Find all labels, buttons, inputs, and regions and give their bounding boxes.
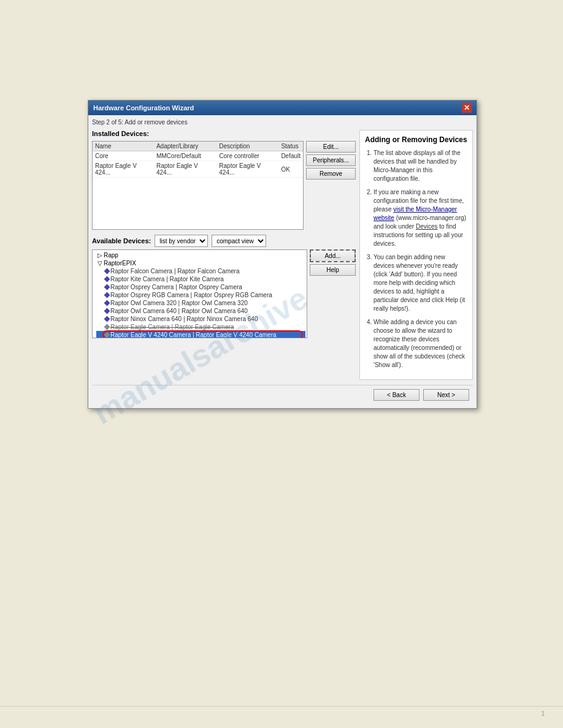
available-section: ▷ Rapp ▽ RaptorEPIX bbox=[92, 249, 356, 338]
list-item[interactable]: Raptor Owl Camera 320 | Raptor Owl Camer… bbox=[96, 299, 305, 307]
help-item-4: While adding a device you can choose to … bbox=[373, 318, 467, 370]
installed-buttons: Edit... Peripherals... Remove bbox=[306, 141, 356, 230]
list-item[interactable]: Raptor Ninox Camera 640 | Raptor Ninox C… bbox=[96, 315, 305, 323]
help-item-1: The list above displays all of the devic… bbox=[373, 149, 467, 183]
edit-button[interactable]: Edit... bbox=[306, 141, 356, 153]
row-adapter: MMCore/Default bbox=[154, 151, 216, 161]
list-item[interactable]: Raptor Osprey RGB Camera | Raptor Osprey… bbox=[96, 291, 305, 299]
item-label: Raptor Eagle Camera | Raptor Eagle Camer… bbox=[110, 324, 234, 330]
row-status: OK bbox=[278, 161, 303, 178]
help-item-2: If you are making a new configuration fi… bbox=[373, 188, 467, 248]
left-panel: Installed Devices: Name Adapter/Library … bbox=[92, 130, 356, 380]
table-row[interactable]: Core MMCore/Default Core controller Defa… bbox=[93, 151, 303, 161]
group-name: Rapp bbox=[104, 252, 118, 259]
diamond-icon bbox=[104, 292, 110, 298]
tree-group-rapp: ▷ Rapp bbox=[96, 251, 305, 259]
list-item[interactable]: Raptor Osprey Camera | Raptor Osprey Cam… bbox=[96, 283, 305, 291]
item-label: Raptor Falcon Camera | Raptor Falcon Cam… bbox=[110, 268, 239, 275]
table-row[interactable]: Raptor Eagle V 424... Raptor Eagle V 424… bbox=[93, 161, 303, 178]
group-name: RaptorEPIX bbox=[104, 260, 136, 267]
list-item-strikethrough[interactable]: Raptor Eagle Camera | Raptor Eagle Camer… bbox=[96, 323, 305, 331]
item-label: Raptor Owl Camera 320 | Raptor Owl Camer… bbox=[110, 300, 248, 306]
list-item[interactable]: Raptor Owl Camera 640 | Raptor Owl Camer… bbox=[96, 307, 305, 315]
dialog-body: Step 2 of 5: Add or remove devices Insta… bbox=[88, 115, 477, 408]
diamond-icon bbox=[104, 300, 110, 306]
list-item[interactable]: Raptor Falcon Camera | Raptor Falcon Cam… bbox=[96, 267, 305, 275]
row-name: Raptor Eagle V 424... bbox=[93, 161, 154, 178]
item-label: Raptor Owl Camera 640 | Raptor Owl Camer… bbox=[110, 308, 248, 314]
view-dropdown[interactable]: compact view bbox=[212, 235, 266, 247]
diamond-icon bbox=[104, 316, 110, 322]
diamond-icon bbox=[104, 332, 110, 338]
col-name: Name bbox=[93, 142, 154, 151]
diamond-icon bbox=[104, 308, 110, 314]
installed-devices-label: Installed Devices: bbox=[92, 130, 356, 137]
available-list-container[interactable]: ▷ Rapp ▽ RaptorEPIX bbox=[92, 249, 307, 338]
peripherals-button[interactable]: Peripherals... bbox=[306, 154, 356, 166]
page-number: 1 bbox=[541, 710, 545, 717]
item-label: Raptor Osprey RGB Camera | Raptor Osprey… bbox=[110, 292, 272, 298]
help-item-3: You can begin adding new devices wheneve… bbox=[373, 253, 467, 313]
help-title: Adding or Removing Devices bbox=[365, 135, 467, 144]
next-button[interactable]: Next > bbox=[423, 389, 469, 401]
dialog-titlebar: Hardware Configuration Wizard ✕ bbox=[88, 100, 477, 115]
dialog-content: Installed Devices: Name Adapter/Library … bbox=[92, 130, 473, 380]
tree-group-label[interactable]: ▷ Rapp bbox=[96, 251, 305, 259]
list-item[interactable]: Raptor Kite Camera | Raptor Kite Camera bbox=[96, 275, 305, 283]
vendor-dropdown[interactable]: list by vendor bbox=[155, 235, 208, 247]
item-label: Raptor Ninox Camera 640 | Raptor Ninox C… bbox=[110, 316, 258, 322]
item-label: Raptor Eagle V 4240 Camera | Raptor Eagl… bbox=[110, 332, 277, 338]
dialog-footer: < Back Next > bbox=[92, 385, 473, 404]
available-buttons: Add... Help bbox=[310, 249, 356, 338]
item-label: Raptor Kite Camera | Raptor Kite Camera bbox=[110, 276, 224, 282]
close-button[interactable]: ✕ bbox=[462, 103, 472, 113]
step-label: Step 2 of 5: Add or remove devices bbox=[92, 119, 473, 126]
devices-link: Devices bbox=[416, 223, 438, 230]
expand-icon: ▷ bbox=[98, 252, 102, 259]
row-description: Core controller bbox=[216, 151, 278, 161]
remove-button[interactable]: Remove bbox=[306, 168, 356, 180]
tree-group-label[interactable]: ▽ RaptorEPIX bbox=[96, 259, 305, 267]
row-name: Core bbox=[93, 151, 154, 161]
installed-section: Name Adapter/Library Description Status … bbox=[92, 141, 356, 230]
device-tree: ▷ Rapp ▽ RaptorEPIX bbox=[93, 250, 307, 338]
diamond-icon bbox=[104, 284, 110, 290]
diamond-icon bbox=[104, 276, 110, 282]
list-item-selected[interactable]: Raptor Eagle V 4240 Camera | Raptor Eagl… bbox=[96, 331, 305, 338]
diamond-icon bbox=[104, 324, 110, 330]
help-button[interactable]: Help bbox=[310, 264, 356, 276]
expand-icon: ▽ bbox=[98, 260, 102, 267]
row-description: Raptor Eagle V 424... bbox=[216, 161, 278, 178]
row-adapter: Raptor Eagle V 424... bbox=[154, 161, 216, 178]
bottom-line bbox=[0, 706, 563, 707]
help-panel: Adding or Removing Devices The list abov… bbox=[359, 130, 473, 380]
col-status: Status bbox=[278, 142, 303, 151]
add-button[interactable]: Add... bbox=[310, 249, 356, 262]
help-link[interactable]: visit the Micro-Manager website bbox=[373, 206, 457, 221]
help-list: The list above displays all of the devic… bbox=[365, 149, 467, 370]
installed-table-container: Name Adapter/Library Description Status … bbox=[92, 141, 304, 230]
tree-group-raptorepix: ▽ RaptorEPIX Raptor Falcon Camera | Rapt… bbox=[96, 259, 305, 338]
item-label: Raptor Osprey Camera | Raptor Osprey Cam… bbox=[110, 284, 242, 290]
dialog-title: Hardware Configuration Wizard bbox=[93, 104, 194, 112]
available-devices-label: Available Devices: bbox=[92, 237, 151, 245]
row-status: Default bbox=[278, 151, 303, 161]
col-adapter: Adapter/Library bbox=[154, 142, 216, 151]
available-header: Available Devices: list by vendor compac… bbox=[92, 235, 356, 247]
hardware-config-wizard-dialog: Hardware Configuration Wizard ✕ Step 2 o… bbox=[88, 100, 477, 409]
back-button[interactable]: < Back bbox=[373, 389, 419, 401]
diamond-icon bbox=[104, 268, 110, 275]
col-description: Description bbox=[216, 142, 278, 151]
installed-table: Name Adapter/Library Description Status … bbox=[93, 142, 303, 178]
